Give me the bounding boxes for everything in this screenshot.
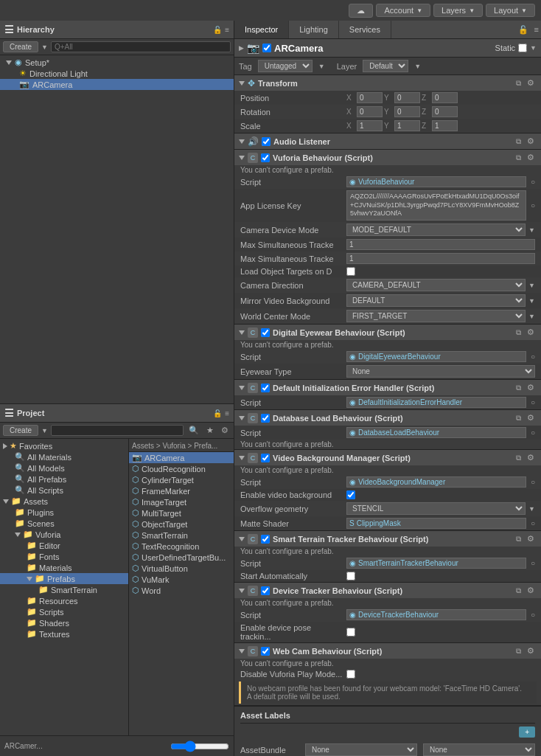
proj-file-virtualbutton[interactable]: ⬡ VirtualButton bbox=[129, 563, 234, 574]
dt-enable-checkbox[interactable] bbox=[261, 586, 270, 595]
proj-file-vumark[interactable]: ⬡ VuMark bbox=[129, 574, 234, 585]
position-x-input[interactable] bbox=[357, 92, 383, 103]
asset-bundle-select1[interactable]: None bbox=[305, 743, 417, 756]
dt-gear-icon[interactable]: ⚙ bbox=[525, 585, 537, 596]
rotation-y-input[interactable] bbox=[394, 106, 420, 117]
proj-file-framemarker[interactable]: ⬡ FrameMarker bbox=[129, 485, 234, 496]
position-y-input[interactable] bbox=[394, 92, 420, 103]
proj-assets[interactable]: 📁 Assets bbox=[0, 496, 128, 507]
proj-resources[interactable]: 📁 Resources bbox=[0, 595, 128, 606]
proj-file-objecttarget[interactable]: ⬡ ObjectTarget bbox=[129, 519, 234, 530]
layers-button[interactable]: Layers ▼ bbox=[433, 4, 483, 17]
asset-label-add-button[interactable]: + bbox=[519, 726, 535, 738]
matte-ref[interactable]: S ClippingMask bbox=[346, 518, 526, 529]
tab-services[interactable]: Services bbox=[339, 21, 391, 38]
world-center-select[interactable]: FIRST_TARGET bbox=[346, 310, 526, 322]
vuforia-script-ref[interactable]: ◉ VuforiaBehaviour bbox=[346, 176, 526, 187]
direction-select[interactable]: CAMERA_DEFAULT bbox=[346, 279, 526, 291]
proj-all-models[interactable]: 🔍 All Models bbox=[0, 462, 128, 474]
project-zoom-slider[interactable] bbox=[170, 741, 229, 752]
asset-bundle-select2[interactable]: None bbox=[423, 743, 535, 756]
di-script-ref[interactable]: ◉ DefaultInitializationErrorHandler bbox=[346, 397, 526, 408]
start-auto-checkbox[interactable] bbox=[346, 572, 355, 580]
de-enable-checkbox[interactable] bbox=[261, 328, 270, 337]
dt-script-ref[interactable]: ◉ DeviceTrackerBehaviour bbox=[346, 609, 526, 620]
max-track2-input[interactable] bbox=[346, 253, 535, 264]
proj-all-prefabs[interactable]: 🔍 All Prefabs bbox=[0, 474, 128, 485]
vuforia-enable-checkbox[interactable] bbox=[261, 153, 270, 162]
database-load-header[interactable]: C Database Load Behaviour (Script) ⧉ ⚙ bbox=[234, 410, 541, 426]
smart-terrain-header[interactable]: C Smart Terrain Tracker Behaviour (Scrip… bbox=[234, 531, 541, 547]
dl-copy-icon[interactable]: ⧉ bbox=[514, 412, 523, 423]
static-checkbox[interactable] bbox=[518, 44, 527, 52]
dt-copy-icon[interactable]: ⧉ bbox=[514, 585, 523, 596]
enable-pose-checkbox[interactable] bbox=[346, 628, 355, 637]
di-enable-checkbox[interactable] bbox=[261, 384, 270, 392]
transform-copy-icon[interactable]: ⧉ bbox=[514, 77, 523, 89]
vuforia-gear-icon[interactable]: ⚙ bbox=[525, 152, 537, 163]
proj-file-userdefined[interactable]: ⬡ UserDefinedTargetBu... bbox=[129, 552, 234, 563]
proj-file-cloudrecog[interactable]: ⬡ CloudRecognition bbox=[129, 463, 234, 474]
mirror-select[interactable]: DEFAULT bbox=[346, 294, 526, 307]
audio-listener-header[interactable]: 🔊 Audio Listener ⧉ ⚙ bbox=[234, 133, 541, 149]
project-search-input[interactable] bbox=[51, 425, 184, 436]
vb-script-ref[interactable]: ◉ VideoBackgroundManager bbox=[346, 476, 526, 488]
account-button[interactable]: Account ▼ bbox=[376, 4, 430, 17]
tab-inspector[interactable]: Inspector bbox=[234, 21, 289, 38]
vuforia-header[interactable]: C Vuforia Behaviour (Script) ⧉ ⚙ bbox=[234, 150, 541, 165]
overflow-select[interactable]: STENCIL bbox=[346, 502, 526, 515]
layout-button[interactable]: Layout ▼ bbox=[486, 4, 535, 17]
project-settings-icon[interactable]: ⚙ bbox=[219, 425, 231, 436]
de-gear-icon[interactable]: ⚙ bbox=[525, 327, 537, 338]
scale-x-input[interactable] bbox=[357, 120, 383, 131]
eyewear-type-select[interactable]: None bbox=[346, 365, 535, 378]
license-value[interactable]: AQZO2L///////AAAAGRosUvFPoEkHtxadMU1DqU0… bbox=[346, 190, 526, 221]
dl-enable-checkbox[interactable] bbox=[261, 414, 270, 423]
proj-vuforia[interactable]: 📁 Vuforia bbox=[0, 529, 128, 540]
proj-plugins[interactable]: 📁 Plugins bbox=[0, 507, 128, 518]
scale-y-input[interactable] bbox=[394, 120, 420, 131]
proj-fonts[interactable]: 📁 Fonts bbox=[0, 551, 128, 562]
transform-gear-icon[interactable]: ⚙ bbox=[525, 77, 537, 89]
proj-file-multitarget[interactable]: ⬡ MultiTarget bbox=[129, 507, 234, 519]
proj-textures[interactable]: 📁 Textures bbox=[0, 628, 128, 639]
component-enable-checkbox[interactable] bbox=[262, 44, 271, 52]
audio-copy-icon[interactable]: ⧉ bbox=[514, 136, 523, 147]
rotation-z-input[interactable] bbox=[432, 106, 458, 117]
hierarchy-item-arcamera[interactable]: 📷 ARCamera bbox=[0, 79, 234, 90]
video-bg-header[interactable]: C Video Background Manager (Script) ⧉ ⚙ bbox=[234, 450, 541, 465]
proj-smartterrain[interactable]: 📁 SmartTerrain bbox=[0, 584, 128, 595]
proj-favorites[interactable]: ★ Favorites bbox=[0, 440, 128, 451]
hierarchy-search-input[interactable] bbox=[51, 41, 231, 52]
de-copy-icon[interactable]: ⧉ bbox=[514, 327, 523, 338]
hierarchy-create-button[interactable]: Create bbox=[3, 41, 38, 52]
disable-vuforia-checkbox[interactable] bbox=[346, 670, 355, 679]
proj-materials[interactable]: 📁 Materials bbox=[0, 562, 128, 573]
scale-z-input[interactable] bbox=[432, 120, 458, 131]
proj-scripts[interactable]: 📁 Scripts bbox=[0, 606, 128, 617]
tab-lighting[interactable]: Lighting bbox=[289, 21, 339, 38]
proj-shaders[interactable]: 📁 Shaders bbox=[0, 617, 128, 628]
di-copy-icon[interactable]: ⧉ bbox=[514, 382, 523, 393]
digital-eyewear-header[interactable]: C Digital Eyewear Behaviour (Script) ⧉ ⚙ bbox=[234, 325, 541, 340]
dl-gear-icon[interactable]: ⚙ bbox=[525, 412, 537, 423]
webcam-header[interactable]: C Web Cam Behaviour (Script) ⧉ ⚙ bbox=[234, 643, 541, 659]
proj-file-imagetarget[interactable]: ⬡ ImageTarget bbox=[129, 496, 234, 507]
audio-enable-checkbox[interactable] bbox=[262, 137, 270, 146]
hierarchy-item-directional-light[interactable]: ☀ Directional Light bbox=[0, 68, 234, 79]
wc-enable-checkbox[interactable] bbox=[261, 647, 270, 656]
wc-gear-icon[interactable]: ⚙ bbox=[525, 645, 537, 656]
dl-script-ref[interactable]: ◉ DatabaseLoadBehaviour bbox=[346, 427, 526, 438]
di-gear-icon[interactable]: ⚙ bbox=[525, 382, 537, 393]
project-star-icon[interactable]: ★ bbox=[204, 425, 216, 436]
audio-gear-icon[interactable]: ⚙ bbox=[525, 136, 537, 147]
hierarchy-item-setup[interactable]: ◉ Setup* bbox=[0, 57, 234, 68]
vuforia-copy-icon[interactable]: ⧉ bbox=[514, 152, 523, 163]
layer-select[interactable]: Default bbox=[363, 60, 408, 72]
proj-file-textrecog[interactable]: ⬡ TextRecognition bbox=[129, 541, 234, 552]
st-script-ref[interactable]: ◉ SmartTerrainTrackerBehaviour bbox=[346, 558, 526, 569]
project-filter-icon[interactable]: 🔍 bbox=[186, 425, 201, 436]
st-enable-checkbox[interactable] bbox=[261, 535, 270, 544]
de-script-ref[interactable]: ◉ DigitalEyewearBehaviour bbox=[346, 351, 526, 362]
camera-device-select[interactable]: MODE_DEFAULT bbox=[346, 223, 526, 236]
